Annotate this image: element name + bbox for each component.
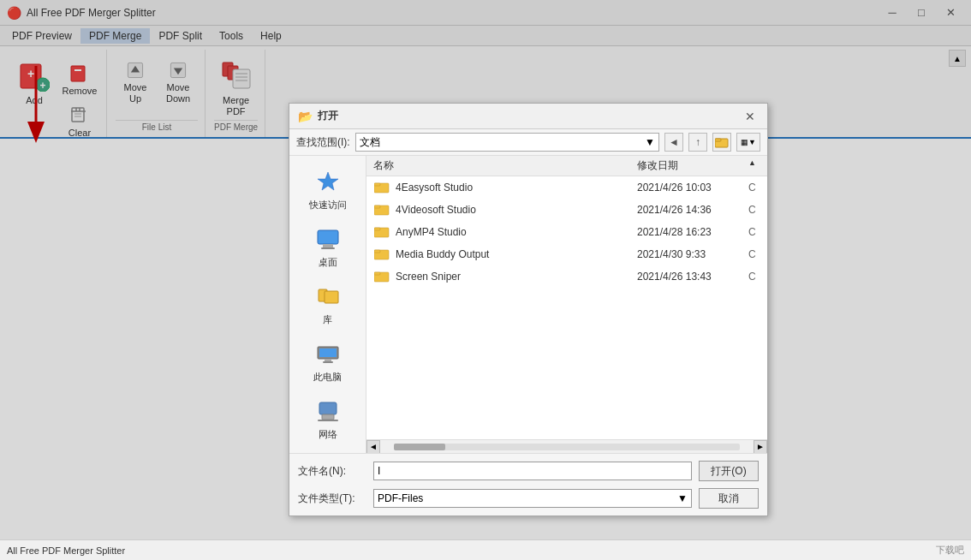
- watermark-text: 下载吧: [936, 544, 964, 557]
- computer-icon: [314, 340, 342, 367]
- dialog-sidebar: 快速访问 桌面: [289, 156, 366, 453]
- file-date-2: 2021/4/28 16:23: [637, 226, 748, 238]
- nav-up-button[interactable]: ↑: [688, 133, 707, 152]
- file-extra-4: C: [748, 271, 760, 283]
- folder-icon-1: [373, 202, 390, 217]
- svg-rect-34: [325, 359, 331, 361]
- dialog-title-bar: 📂 打开 ✕: [289, 104, 767, 129]
- hscroll-track: [394, 444, 740, 450]
- dialog-toolbar: 查找范围(I): 文档 ▼ ◄ ↑ ▦▼: [289, 129, 767, 156]
- dialog-hscroll[interactable]: ◄ ►: [366, 439, 767, 453]
- file-date-0: 2021/4/26 10:03: [637, 182, 748, 194]
- filetype-dropdown-icon: ▼: [677, 492, 688, 504]
- desktop-label: 桌面: [319, 256, 337, 269]
- filetype-value: PDF-Files: [378, 492, 423, 504]
- file-date-3: 2021/4/30 9:33: [637, 248, 748, 260]
- svg-rect-36: [319, 402, 337, 414]
- status-text: All Free PDF Merger Splitter: [7, 545, 125, 556]
- dialog-title: 打开: [318, 109, 338, 123]
- filetype-label: 文件类型(T):: [298, 491, 366, 506]
- svg-rect-42: [374, 206, 380, 208]
- view-combo[interactable]: ▦▼: [736, 133, 760, 152]
- open-button[interactable]: 打开(O): [699, 461, 759, 481]
- svg-rect-38: [318, 420, 338, 421]
- status-bar: All Free PDF Merger Splitter 下载吧: [0, 539, 971, 560]
- header-more: ▲: [748, 158, 760, 173]
- file-date-1: 2021/4/26 14:36: [637, 204, 748, 216]
- cancel-button[interactable]: 取消: [699, 488, 759, 509]
- open-file-dialog: 📂 打开 ✕ 查找范围(I): 文档 ▼ ◄ ↑ ▦▼: [289, 103, 768, 516]
- svg-rect-37: [322, 414, 334, 420]
- svg-rect-40: [374, 183, 380, 186]
- folder-icon-3: [373, 247, 390, 262]
- dialog-overlay: 📂 打开 ✕ 查找范围(I): 文档 ▼ ◄ ↑ ▦▼: [0, 0, 971, 539]
- hscroll-left-btn[interactable]: ◄: [366, 440, 380, 454]
- sidebar-item-library[interactable]: 库: [293, 277, 362, 331]
- folder-icon-2: [373, 224, 390, 240]
- footer-row-filetype: 文件类型(T): PDF-Files ▼ 取消: [298, 488, 759, 509]
- file-name-3: Media Buddy Output: [396, 248, 637, 260]
- svg-rect-33: [319, 349, 337, 357]
- svg-rect-48: [374, 272, 380, 275]
- dialog-title-section: 📂 打开: [298, 109, 338, 123]
- file-extra-0: C: [748, 182, 760, 194]
- nav-back-button[interactable]: ◄: [664, 133, 683, 152]
- svg-rect-46: [374, 250, 380, 253]
- file-item-1[interactable]: 4Videosoft Studio 2021/4/26 14:36 C: [366, 199, 767, 221]
- network-icon: [314, 397, 342, 425]
- dialog-footer: 文件名(N): 打开(O) 文件类型(T): PDF-Files ▼ 取消: [289, 453, 767, 515]
- file-name-4: Screen Sniper: [396, 271, 637, 283]
- file-item-3[interactable]: Media Buddy Output 2021/4/30 9:33 C: [366, 243, 767, 265]
- dialog-close-button[interactable]: ✕: [742, 108, 759, 125]
- dialog-body: 快速访问 桌面: [289, 156, 767, 453]
- dialog-file-area: 名称 修改日期 ▲ 4Easysoft Studio: [366, 156, 767, 453]
- location-value: 文档: [360, 135, 380, 150]
- svg-rect-29: [321, 247, 335, 249]
- library-label: 库: [323, 313, 332, 326]
- file-list-header: 名称 修改日期 ▲: [366, 156, 767, 176]
- file-item-2[interactable]: AnyMP4 Studio 2021/4/28 16:23 C: [366, 221, 767, 243]
- dialog-icon: 📂: [298, 110, 313, 123]
- file-list-scroll[interactable]: 4Easysoft Studio 2021/4/26 10:03 C 4Vide…: [366, 176, 767, 439]
- sidebar-item-computer[interactable]: 此电脑: [293, 335, 362, 389]
- svg-rect-27: [318, 230, 338, 244]
- svg-marker-26: [318, 172, 338, 190]
- hscroll-right-btn[interactable]: ►: [754, 440, 767, 454]
- hscroll-thumb[interactable]: [394, 444, 445, 450]
- sidebar-item-network[interactable]: 网络: [293, 392, 362, 446]
- file-name-2: AnyMP4 Studio: [396, 226, 637, 238]
- svg-rect-44: [374, 228, 380, 230]
- location-label: 查找范围(I):: [296, 135, 350, 150]
- header-date: 修改日期: [637, 158, 748, 173]
- file-item-4[interactable]: Screen Sniper 2021/4/26 13:43 C: [366, 265, 767, 288]
- file-extra-1: C: [748, 204, 760, 216]
- sidebar-item-quick-access[interactable]: 快速访问: [293, 163, 362, 217]
- folder-icon-4: [373, 269, 390, 284]
- svg-rect-25: [715, 139, 721, 141]
- quick-access-label: 快速访问: [309, 199, 347, 211]
- computer-label: 此电脑: [313, 371, 342, 384]
- file-name-1: 4Videosoft Studio: [396, 204, 637, 216]
- sidebar-item-desktop[interactable]: 桌面: [293, 220, 362, 274]
- folder-icon-0: [373, 180, 390, 195]
- svg-rect-35: [323, 361, 333, 363]
- location-dropdown-icon: ▼: [645, 136, 655, 148]
- network-label: 网络: [319, 428, 337, 441]
- library-icon: [314, 283, 342, 310]
- quick-access-icon: [314, 168, 342, 195]
- file-extra-3: C: [748, 248, 760, 260]
- desktop-icon: [314, 225, 342, 253]
- file-item-0[interactable]: 4Easysoft Studio 2021/4/26 10:03 C: [366, 176, 767, 199]
- filename-input[interactable]: [373, 462, 692, 480]
- nav-new-folder-button[interactable]: [712, 133, 731, 152]
- svg-rect-28: [323, 244, 333, 247]
- svg-rect-31: [325, 291, 338, 303]
- footer-row-filename: 文件名(N): 打开(O): [298, 461, 759, 481]
- header-name: 名称: [373, 158, 637, 173]
- file-name-0: 4Easysoft Studio: [396, 182, 637, 194]
- location-combo[interactable]: 文档 ▼: [355, 133, 659, 152]
- file-extra-2: C: [748, 226, 760, 238]
- view-icon: ▦▼: [741, 138, 756, 146]
- filetype-select[interactable]: PDF-Files ▼: [373, 489, 692, 508]
- file-date-4: 2021/4/26 13:43: [637, 271, 748, 283]
